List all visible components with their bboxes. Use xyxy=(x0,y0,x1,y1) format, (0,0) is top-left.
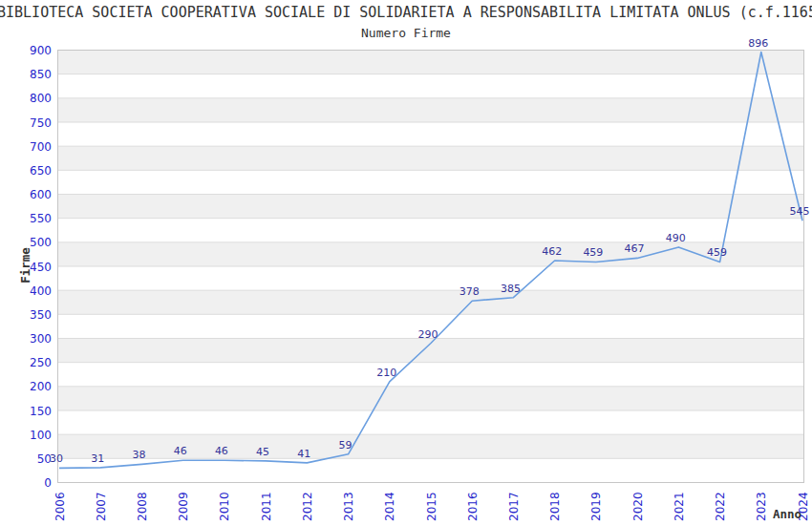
y-tick-label: 350 xyxy=(30,308,52,322)
data-point-label: 378 xyxy=(459,285,480,298)
plot-band xyxy=(58,410,804,434)
data-point-label: 31 xyxy=(91,452,104,465)
x-tick-label: 2012 xyxy=(301,492,314,521)
y-tick-label: 550 xyxy=(30,212,52,225)
data-point-label: 490 xyxy=(666,232,686,244)
data-point-label: 46 xyxy=(174,445,187,457)
chart-container: BIBLIOTECA SOCIETA COOPERATIVA SOCIALE D… xyxy=(0,0,812,525)
data-point-label: 462 xyxy=(542,245,562,258)
plot-band xyxy=(58,195,804,219)
data-point-label: 38 xyxy=(132,449,145,461)
x-axis-title: Anno xyxy=(773,507,801,521)
y-tick-label: 0 xyxy=(44,476,52,490)
plot-band xyxy=(58,434,804,458)
plot-band xyxy=(58,339,804,363)
plot-band xyxy=(58,146,804,170)
plot-band xyxy=(58,122,804,146)
y-axis-title: Firme xyxy=(18,247,32,284)
data-point-label: 459 xyxy=(707,246,727,259)
y-tick-label: 850 xyxy=(30,68,52,81)
data-point-label: 385 xyxy=(501,283,521,295)
data-point-label: 41 xyxy=(297,448,310,460)
plot-band xyxy=(58,290,804,314)
y-tick-label: 700 xyxy=(30,140,52,154)
plot-band xyxy=(58,51,804,74)
y-tick-label: 100 xyxy=(30,429,52,442)
x-tick-label: 2017 xyxy=(507,492,521,521)
plot-band xyxy=(58,98,804,122)
y-tick-label: 900 xyxy=(30,44,52,57)
y-tick-label: 150 xyxy=(30,405,52,418)
data-point-label: 45 xyxy=(256,446,269,458)
y-tick-label: 250 xyxy=(30,356,52,369)
x-tick-label: 2013 xyxy=(342,492,355,521)
y-tick-label: 800 xyxy=(30,92,52,105)
x-tick-label: 2016 xyxy=(466,492,480,521)
chart-canvas: 0501001502002503003504004505005506006507… xyxy=(0,0,812,525)
x-tick-label: 2011 xyxy=(260,492,273,521)
plot-band xyxy=(58,387,804,410)
data-point-label: 459 xyxy=(583,246,603,259)
x-tick-label: 2021 xyxy=(673,492,686,521)
data-point-label: 210 xyxy=(376,367,396,379)
x-tick-label: 2020 xyxy=(631,492,645,521)
data-point-label: 46 xyxy=(215,445,228,457)
plot-band xyxy=(58,219,804,242)
data-point-label: 467 xyxy=(625,242,645,255)
x-tick-label: 2010 xyxy=(218,492,231,521)
x-tick-label: 2023 xyxy=(755,492,768,521)
x-tick-label: 2018 xyxy=(548,492,562,521)
y-tick-label: 300 xyxy=(30,332,52,346)
y-tick-label: 400 xyxy=(30,284,52,298)
data-point-label: 59 xyxy=(339,439,353,452)
y-tick-label: 500 xyxy=(30,236,52,249)
x-tick-label: 2008 xyxy=(136,492,149,521)
x-tick-label: 2009 xyxy=(177,492,190,521)
data-point-label: 545 xyxy=(790,205,810,218)
x-tick-label: 2019 xyxy=(589,492,603,521)
plot-band xyxy=(58,74,804,98)
x-tick-label: 2022 xyxy=(714,492,727,521)
x-tick-label: 2015 xyxy=(425,492,438,521)
x-tick-label: 2007 xyxy=(95,492,108,521)
data-point-label: 896 xyxy=(748,37,768,50)
plot-band xyxy=(58,363,804,387)
plot-band xyxy=(58,266,804,290)
y-tick-label: 750 xyxy=(30,116,52,130)
y-tick-label: 200 xyxy=(30,380,52,393)
data-point-label: 30 xyxy=(50,452,63,465)
plot-band xyxy=(58,242,804,266)
y-tick-label: 450 xyxy=(30,261,52,274)
x-tick-label: 2006 xyxy=(53,492,67,521)
y-tick-label: 600 xyxy=(30,188,52,201)
plot-band xyxy=(58,170,804,194)
data-point-label: 290 xyxy=(418,328,438,341)
y-tick-label: 650 xyxy=(30,164,52,178)
x-tick-label: 2014 xyxy=(383,492,396,521)
